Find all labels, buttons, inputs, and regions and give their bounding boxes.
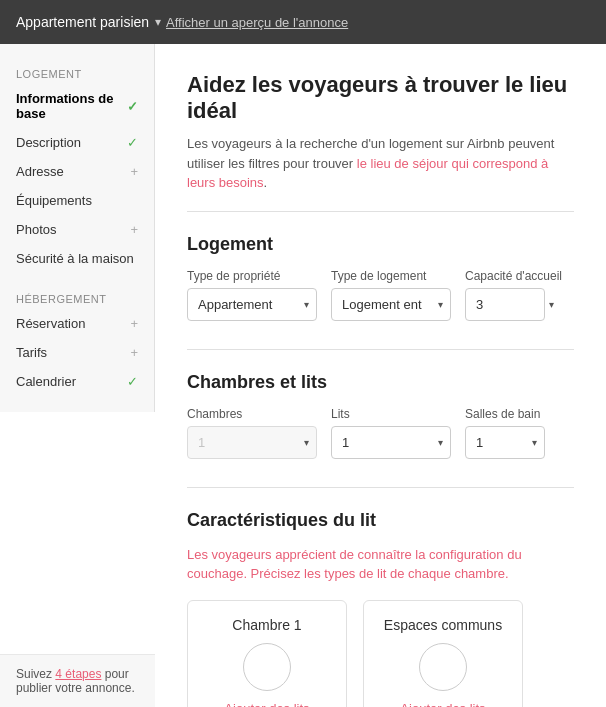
- rooms-select[interactable]: 1: [187, 426, 317, 459]
- sidebar-label-tarifs: Tarifs: [16, 345, 47, 360]
- form-row-logement: Type de propriété Appartement ▾ Type de …: [187, 269, 574, 321]
- chambre1-title: Chambre 1: [232, 617, 301, 633]
- bed-card-espaces: Espaces communs Ajouter des lits: [363, 600, 523, 708]
- check-icon-informations: ✓: [127, 99, 138, 114]
- section-label-hebergement: Hébergement: [0, 285, 154, 309]
- capacity-select[interactable]: 3: [465, 288, 545, 321]
- plus-icon-photos: +: [130, 222, 138, 237]
- check-icon-description: ✓: [127, 135, 138, 150]
- form-group-bathrooms: Salles de bain 1 ▾: [465, 407, 545, 459]
- form-group-capacity: Capacité d'accueil 3 ▾: [465, 269, 562, 321]
- espaces-title: Espaces communs: [384, 617, 502, 633]
- property-type-select-wrapper: Appartement ▾: [187, 288, 317, 321]
- chambre1-circle: [243, 643, 291, 691]
- property-type-label: Type de propriété: [187, 269, 317, 283]
- bathrooms-select-wrapper: 1 ▾: [465, 426, 545, 459]
- beds-label: Lits: [331, 407, 451, 421]
- sidebar: Logement Informations de base ✓ Descript…: [0, 44, 155, 412]
- sidebar-label-informations: Informations de base: [16, 91, 127, 121]
- sidebar-label-reservation: Réservation: [16, 316, 85, 331]
- section-rooms-title: Chambres et lits: [187, 372, 574, 393]
- sidebar-label-adresse: Adresse: [16, 164, 64, 179]
- section-label-logement: Logement: [0, 60, 154, 84]
- sidebar-item-calendrier[interactable]: Calendrier ✓: [0, 367, 154, 396]
- capacity-label: Capacité d'accueil: [465, 269, 562, 283]
- plus-icon-tarifs: +: [130, 345, 138, 360]
- page-title: Aidez les voyageurs à trouver le lieu id…: [187, 72, 574, 124]
- lodging-type-select-wrapper: Logement entier ▾: [331, 288, 451, 321]
- page-description: Les voyageurs à la recherche d'un logeme…: [187, 134, 574, 193]
- beds-select[interactable]: 1: [331, 426, 451, 459]
- section-bed-title: Caractéristiques du lit: [187, 510, 574, 531]
- sidebar-bottom: Suivez 4 étapes pour publier votre annon…: [0, 654, 155, 707]
- lodging-type-select[interactable]: Logement entier: [331, 288, 451, 321]
- sidebar-item-securite[interactable]: Sécurité à la maison: [0, 244, 154, 273]
- espaces-circle: [419, 643, 467, 691]
- chevron-down-icon: ▾: [155, 15, 161, 29]
- beds-select-wrapper: 1 ▾: [331, 426, 451, 459]
- rooms-select-wrapper: 1 ▾: [187, 426, 317, 459]
- form-group-beds: Lits 1 ▾: [331, 407, 451, 459]
- bed-description: Les voyageurs apprécient de connaître la…: [187, 545, 574, 584]
- chambre1-add-beds-link[interactable]: Ajouter des lits: [224, 701, 309, 708]
- sidebar-item-tarifs[interactable]: Tarifs +: [0, 338, 154, 367]
- sidebar-label-photos: Photos: [16, 222, 56, 237]
- property-type-select[interactable]: Appartement: [187, 288, 317, 321]
- form-group-lodging-type: Type de logement Logement entier ▾: [331, 269, 451, 321]
- form-group-rooms: Chambres 1 ▾: [187, 407, 317, 459]
- sidebar-label-securite: Sécurité à la maison: [16, 251, 134, 266]
- lodging-type-label: Type de logement: [331, 269, 451, 283]
- section-logement-title: Logement: [187, 234, 574, 255]
- bathrooms-select[interactable]: 1: [465, 426, 545, 459]
- main-layout: Logement Informations de base ✓ Descript…: [0, 44, 606, 707]
- sidebar-wrapper: Logement Informations de base ✓ Descript…: [0, 44, 155, 707]
- bathrooms-label: Salles de bain: [465, 407, 545, 421]
- capacity-select-wrapper: 3 ▾: [465, 288, 562, 321]
- espaces-add-beds-link[interactable]: Ajouter des lits: [400, 701, 485, 708]
- section-gap: [0, 273, 154, 285]
- sidebar-label-equipements: Équipements: [16, 193, 92, 208]
- check-icon-calendrier: ✓: [127, 374, 138, 389]
- divider-3: [187, 487, 574, 488]
- form-group-property-type: Type de propriété Appartement ▾: [187, 269, 317, 321]
- top-bar: Appartement parisien ▾ Afficher un aperç…: [0, 0, 606, 44]
- sidebar-label-description: Description: [16, 135, 81, 150]
- sidebar-label-calendrier: Calendrier: [16, 374, 76, 389]
- sidebar-item-adresse[interactable]: Adresse +: [0, 157, 154, 186]
- plus-icon-reservation: +: [130, 316, 138, 331]
- sidebar-item-description[interactable]: Description ✓: [0, 128, 154, 157]
- bed-cards-container: Chambre 1 Ajouter des lits Espaces commu…: [187, 600, 574, 708]
- sidebar-item-photos[interactable]: Photos +: [0, 215, 154, 244]
- sidebar-bottom-steps-link[interactable]: 4 étapes: [55, 667, 101, 681]
- property-name-container[interactable]: Appartement parisien ▾: [16, 14, 166, 30]
- desc-part2: .: [264, 175, 268, 190]
- chevron-down-icon-capacity: ▾: [549, 299, 554, 310]
- sidebar-item-reservation[interactable]: Réservation +: [0, 309, 154, 338]
- rooms-label: Chambres: [187, 407, 317, 421]
- plus-icon-adresse: +: [130, 164, 138, 179]
- property-name: Appartement parisien: [16, 14, 149, 30]
- sidebar-item-informations[interactable]: Informations de base ✓: [0, 84, 154, 128]
- divider-1: [187, 211, 574, 212]
- sidebar-bottom-pre: Suivez: [16, 667, 55, 681]
- sidebar-item-equipements[interactable]: Équipements: [0, 186, 154, 215]
- preview-link[interactable]: Afficher un aperçu de l'annonce: [166, 15, 348, 30]
- content-area: Aidez les voyageurs à trouver le lieu id…: [155, 44, 606, 707]
- bed-card-chambre1: Chambre 1 Ajouter des lits: [187, 600, 347, 708]
- divider-2: [187, 349, 574, 350]
- form-row-rooms: Chambres 1 ▾ Lits 1 ▾ Salles d: [187, 407, 574, 459]
